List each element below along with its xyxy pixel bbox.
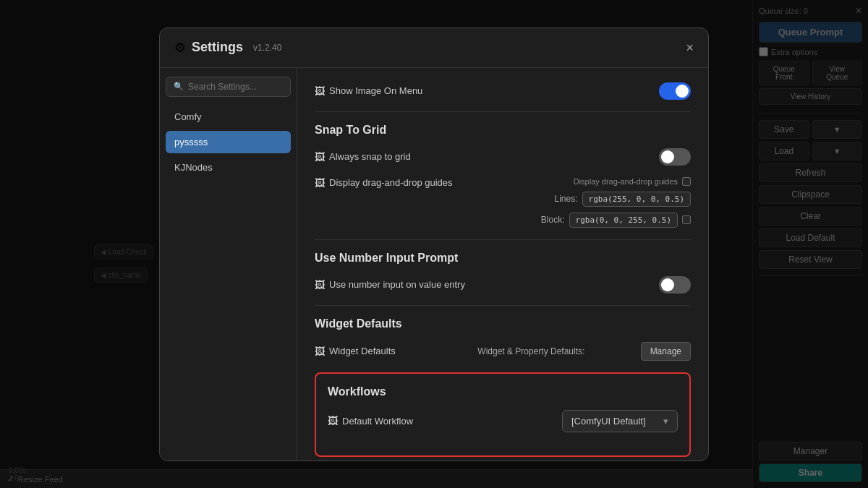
lines-label: Lines: <box>555 194 578 204</box>
widget-prop-label: Widget & Property Defaults: <box>477 346 631 356</box>
default-workflow-value: [ComfyUI Default] <box>571 416 646 427</box>
default-workflow-label: 🖼 Default Workflow <box>328 415 556 427</box>
show-image-toggle[interactable] <box>659 82 691 100</box>
modal-title: ⚙ Settings v1.2.40 <box>174 40 686 56</box>
use-number-title: Use Number Input Prompt <box>315 252 691 265</box>
modal-title-text: Settings <box>192 40 243 55</box>
lines-row: Display drag-and-drop guides <box>574 177 691 186</box>
lines-color-row: Lines: rgba(255, 0, 0, 0.5) <box>555 192 691 207</box>
block-color-row: Block: rgba(0, 0, 255, 0.5) <box>541 213 691 228</box>
use-number-label: 🖼 Use number input on value entry <box>315 279 653 291</box>
modal-version: v1.2.40 <box>253 43 281 53</box>
drag-settings-group: Display drag-and-drop guides Lines: rgba… <box>541 177 691 228</box>
always-snap-row: 🖼 Always snap to grid <box>315 148 691 166</box>
use-number-knob <box>661 278 674 291</box>
widget-defaults-row: 🖼 Widget Defaults Widget & Property Defa… <box>315 342 691 361</box>
display-drag-cb2[interactable] <box>682 215 691 224</box>
always-snap-toggle[interactable] <box>659 148 691 166</box>
widget-defaults-label: 🖼 Widget Defaults <box>315 346 469 357</box>
display-drag-label: 🖼 Display drag-and-drop guides <box>315 177 535 189</box>
search-input[interactable] <box>188 82 283 92</box>
manage-btn[interactable]: Manage <box>641 342 691 361</box>
settings-gear-icon: ⚙ <box>174 40 186 56</box>
block-label: Block: <box>541 215 565 225</box>
modal-body: 🔍 Comfy pysssss KJNodes 🖼 <box>160 68 708 461</box>
default-workflow-dropdown[interactable]: [ComfyUI Default] ▾ <box>562 410 678 432</box>
dropdown-arrow-icon: ▾ <box>663 416 668 427</box>
widget-defaults-title: Widget Defaults <box>315 317 691 330</box>
default-workflow-row: 🖼 Default Workflow [ComfyUI Default] ▾ <box>328 410 678 432</box>
workflows-title: Workflows <box>328 385 678 398</box>
modal-header: ⚙ Settings v1.2.40 × <box>160 28 708 68</box>
display-drag-cb-row: Display drag-and-drop guides <box>574 177 691 186</box>
always-snap-label: 🖼 Always snap to grid <box>315 151 653 163</box>
sep-3 <box>315 305 691 306</box>
show-image-on-menu-row: 🖼 Show Image On Menu <box>315 82 691 100</box>
snap-to-grid-title: Snap To Grid <box>315 124 691 137</box>
search-box: 🔍 <box>166 77 291 97</box>
display-sub-group: Display drag-and-drop guides <box>574 177 691 186</box>
widget-icon: 🖼 <box>315 346 325 357</box>
lines-color-input[interactable]: rgba(255, 0, 0, 0.5) <box>582 192 691 207</box>
nav-item-comfy[interactable]: Comfy <box>166 106 291 128</box>
snap-icon: 🖼 <box>315 151 325 163</box>
display-drag-row: 🖼 Display drag-and-drop guides Display d… <box>315 177 691 228</box>
always-snap-knob <box>661 150 674 163</box>
display-drag-sub-label: Display drag-and-drop guides <box>574 177 678 186</box>
use-number-toggle[interactable] <box>659 276 691 294</box>
display-drag-cb1[interactable] <box>682 177 691 186</box>
settings-modal: ⚙ Settings v1.2.40 × 🔍 Comfy pysssss <box>159 27 709 461</box>
sep-2 <box>315 239 691 240</box>
block-color-input[interactable]: rgba(0, 0, 255, 0.5) <box>569 213 678 228</box>
workflows-section: Workflows 🖼 Default Workflow [ComfyUI De… <box>315 372 691 457</box>
drag-icon: 🖼 <box>315 177 325 189</box>
toggle-knob <box>676 85 689 98</box>
nav-item-kjnodes[interactable]: KJNodes <box>166 156 291 179</box>
number-icon: 🖼 <box>315 279 325 291</box>
menu-icon: 🖼 <box>315 85 325 97</box>
modal-close-btn[interactable]: × <box>686 41 694 54</box>
settings-nav: 🔍 Comfy pysssss KJNodes <box>160 68 297 461</box>
modal-overlay: ⚙ Settings v1.2.40 × 🔍 Comfy pysssss <box>0 0 868 488</box>
workflow-icon: 🖼 <box>328 415 338 427</box>
sep-1 <box>315 111 691 112</box>
nav-item-pysssss[interactable]: pysssss <box>166 131 291 153</box>
settings-content: 🖼 Show Image On Menu Snap To Grid 🖼 Alwa… <box>297 68 708 461</box>
show-image-label: 🖼 Show Image On Menu <box>315 85 653 97</box>
use-number-row: 🖼 Use number input on value entry <box>315 276 691 294</box>
search-icon: 🔍 <box>174 82 184 91</box>
